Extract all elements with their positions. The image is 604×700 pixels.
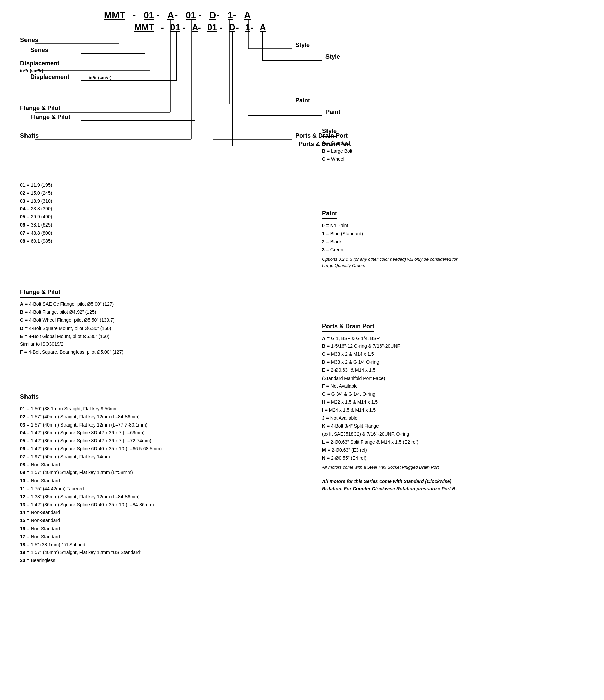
list-item: A = 4-Bolt SAE Cc Flange, pilot Ø5.00" (…	[20, 300, 295, 308]
list-item: L = 2-Ø0.63" Split Flange & M14 x 1.5 (E…	[322, 438, 584, 446]
svg-text:-: -	[161, 22, 164, 32]
svg-text:Displacement: Displacement	[30, 74, 70, 80]
list-item: 02 = 1.57" (40mm) Straight, Flat key 12m…	[20, 413, 295, 421]
flange-title: Flange & Pilot	[20, 289, 60, 298]
list-item: D = 4-Bolt Square Mount, pilot Ø6.30" (1…	[20, 325, 295, 332]
list-item: 10 = Non-Standard	[20, 477, 295, 485]
paint-list: 0 = No Paint 1 = Blue (Standard) 2 = Bla…	[322, 222, 584, 254]
svg-text:-: -	[220, 22, 223, 32]
list-item: 1 = Blue (Standard)	[322, 230, 584, 238]
svg-text:01: 01	[207, 22, 217, 32]
diagram-container: MMT - 01 - A - 01 - D - 1 - A	[20, 14, 584, 168]
svg-text:1: 1	[245, 22, 250, 32]
list-item: 03 = 1.57" (40mm) Straight, Flat key 12m…	[20, 421, 295, 429]
ports-note: All motors come with a Steel Hex Socket …	[322, 464, 463, 471]
svg-text:D: D	[229, 22, 235, 32]
svg-text:-: -	[182, 22, 185, 32]
list-item: 3 = Green	[322, 246, 584, 254]
displacement-section: 01 = 11.9 (195) 02 = 15.0 (245) 03 = 18.…	[20, 181, 295, 245]
svg-text:Series: Series	[30, 47, 48, 53]
list-item: E = 2-Ø0.63" & M14 x 1.5	[322, 367, 584, 375]
svg-text:in³/r (cm³/r): in³/r (cm³/r)	[89, 75, 112, 80]
list-item: 06 = 38.1 (625)	[20, 221, 295, 229]
list-item: 05 = 29.9 (490)	[20, 213, 295, 221]
svg-text:Paint: Paint	[326, 109, 340, 116]
list-item: B = 1-5/16"-12 O-ring & 7/16"-20UNF	[322, 342, 584, 350]
ports-section: Ports & Drain Port A = G 1, BSP & G 1/4,…	[322, 323, 584, 493]
svg-text:A: A	[260, 22, 266, 32]
list-item: 08 = 60.1 (985)	[20, 237, 295, 245]
svg-text:MMT: MMT	[134, 22, 154, 32]
svg-text:Flange & Pilot: Flange & Pilot	[30, 114, 71, 121]
list-item: 17 = Non-Standard	[20, 533, 295, 541]
list-item: I = M24 x 1.5 & M14 x 1.5	[322, 406, 584, 415]
list-item: 01 = 11.9 (195)	[20, 181, 295, 189]
svg-text:Style: Style	[326, 53, 340, 60]
list-item: 20 = Bearingless	[20, 557, 295, 565]
displacement-list: 01 = 11.9 (195) 02 = 15.0 (245) 03 = 18.…	[20, 181, 295, 245]
svg-text:-: -	[236, 22, 239, 32]
list-item: C = M33 x 2 & M14 x 1.5	[322, 350, 584, 358]
list-item: J = Not Available	[322, 415, 584, 423]
paint-note: Options 0,2 & 3 (or any other color need…	[322, 256, 463, 269]
list-item: N = 2-Ø0.55" (E4 ref)	[322, 454, 584, 462]
list-item: M = 2-Ø0.63" (E3 ref)	[322, 446, 584, 454]
list-item: 13 = 1.42" (36mm) Square Spline 6D-40 x …	[20, 501, 295, 509]
svg-text:01: 01	[171, 22, 180, 32]
list-item: (to fit SAEJ518C2) & 7/16"-20UNF, O-ring	[322, 430, 584, 438]
list-item: F = 4-Bolt Square, Bearingless, pilot Ø5…	[20, 348, 295, 356]
list-item: Similar to ISO3019/2	[20, 340, 295, 348]
list-item: 0 = No Paint	[322, 222, 584, 230]
list-item: B = 4-Bolt Flange, pilot Ø4.92" (125)	[20, 308, 295, 317]
list-item: H = M22 x 1.5 & M14 x 1.5	[322, 398, 584, 406]
svg-text:Ports & Drain Port: Ports & Drain Port	[299, 141, 351, 147]
ports-list: A = G 1, BSP & G 1/4, BSP B = 1-5/16"-12…	[322, 334, 584, 462]
paint-title: Paint	[322, 210, 337, 219]
list-item: E = 4-Bolt Global Mount, pilot Ø6.30" (1…	[20, 332, 295, 341]
svg-text:A: A	[192, 22, 198, 32]
ports-bold-note: All motors for this Series come with Sta…	[322, 477, 463, 493]
list-item: C = 4-Bolt Wheel Flange, pilot Ø5.50" (1…	[20, 317, 295, 325]
list-item: 04 = 1.42" (36mm) Square Spline 8D-42 x …	[20, 429, 295, 437]
shafts-section: Shafts 01 = 1.50" (38.1mm) Straight, Fla…	[20, 393, 295, 565]
paint-section: Paint 0 = No Paint 1 = Blue (Standard) 2…	[322, 210, 584, 269]
list-item: 14 = Non-Standard	[20, 509, 295, 517]
flange-list: A = 4-Bolt SAE Cc Flange, pilot Ø5.00" (…	[20, 300, 295, 356]
list-item: K = 4-Bolt 3/4" Split Flange	[322, 422, 584, 430]
list-item: F = Not Available	[322, 382, 584, 390]
list-item: D = M33 x 2 & G 1/4 O-ring	[322, 358, 584, 367]
svg-text:-: -	[198, 22, 201, 32]
list-item: 18 = 1.5" (38.1mm) 17t Splined	[20, 541, 295, 549]
list-item: 07 = 1.97" (50mm) Straight, Flat key 14m…	[20, 453, 295, 461]
svg-text:-: -	[250, 22, 253, 32]
list-item: 11 = 1.75" (44.42mm) Tapered	[20, 485, 295, 493]
list-item: 06 = 1.42" (36mm) Square Spline 6D-40 x …	[20, 445, 295, 453]
list-item: 02 = 15.0 (245)	[20, 189, 295, 197]
list-item: 04 = 23.8 (390)	[20, 205, 295, 213]
list-item: (Standard Manifold Port Face)	[322, 375, 584, 382]
left-column: 01 = 11.9 (195) 02 = 15.0 (245) 03 = 18.…	[20, 107, 295, 575]
list-item: 19 = 1.57" (40mm) Straight, Flat key 12m…	[20, 549, 295, 557]
list-item: 08 = Non-Standard	[20, 461, 295, 469]
list-item: G = G 3/4 & G 1/4, O-ring	[322, 390, 584, 398]
list-item: 05 = 1.42" (36mm) Square Spline 8D-42 x …	[20, 437, 295, 445]
list-item: 09 = 1.57" (40mm) Straight, Flat key 12m…	[20, 469, 295, 477]
shafts-title: Shafts	[20, 393, 39, 402]
list-item: 15 = Non-Standard	[20, 517, 295, 525]
ports-title: Ports & Drain Port	[322, 323, 375, 332]
list-item: 2 = Black	[322, 238, 584, 246]
list-item: 01 = 1.50" (38.1mm) Straight, Flat key 9…	[20, 405, 295, 413]
list-item: 16 = Non-Standard	[20, 525, 295, 533]
right-column: Style A = Standard B = Large Bolt C = Wh…	[295, 107, 584, 575]
list-item: A = G 1, BSP & G 1/4, BSP	[322, 334, 584, 343]
shafts-list: 01 = 1.50" (38.1mm) Straight, Flat key 9…	[20, 405, 295, 565]
flange-section: Flange & Pilot A = 4-Bolt SAE Cc Flange,…	[20, 289, 295, 356]
list-item: 07 = 48.8 (800)	[20, 229, 295, 237]
list-item: 03 = 18.9 (310)	[20, 197, 295, 205]
list-item: 12 = 1.38" (35mm) Straight, Flat key 12m…	[20, 493, 295, 501]
connector-diagram: MMT - 01 - A - 01 - D - 1 - A	[20, 14, 584, 168]
